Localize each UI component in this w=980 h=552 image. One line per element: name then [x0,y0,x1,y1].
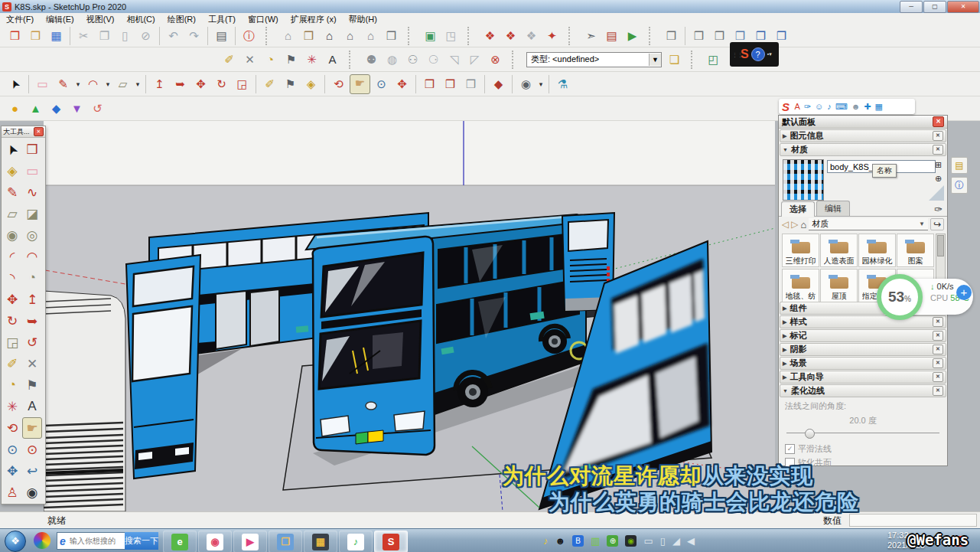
circle-tool[interactable]: ◉ [2,224,22,246]
rectangle-tool[interactable]: ▱ [2,203,22,224]
booster-add-button[interactable]: + [956,285,972,300]
panel-section-soften-edges[interactable]: ▼ 柔化边线 ✕ [780,384,946,397]
slider-thumb[interactable] [805,429,815,439]
account-dropdown-icon[interactable]: ▾ [537,75,545,93]
panel-section-entity-info[interactable]: ▶ 图元信息 ✕ [780,129,946,142]
tray-volume-icon[interactable]: ◀ [687,535,695,547]
section-close-button[interactable]: ✕ [933,386,943,396]
memory-percent-ring[interactable]: 53% [877,274,923,320]
soap-sphere-icon[interactable]: ● [5,100,24,118]
menu-view[interactable]: 视图(V) [80,14,121,25]
youku-icon[interactable]: ▶ [233,531,267,552]
send-to-layout-icon[interactable]: ▤ [602,27,621,45]
app-wheel-icon[interactable]: ◉ [198,531,232,552]
classification-type-dropdown[interactable]: 类型: <undefined> ▼ [526,52,662,67]
erase-icon[interactable]: ⊘ [136,27,155,45]
camera-off-icon[interactable]: ⊗ [486,51,505,69]
orbit-icon[interactable]: ⟲ [329,75,348,93]
warehouse-gray-icon[interactable]: ❖ [522,27,541,45]
material-folder[interactable]: 园林绿化 [858,234,896,267]
material-folder[interactable]: 地毯、纺 [782,269,819,302]
chevron-down-icon[interactable]: ▼ [649,54,661,66]
panel-section-shadows[interactable]: ▶阴影✕ [780,343,946,356]
sogou-logo-icon[interactable]: S [782,100,790,113]
tape-measure2-icon[interactable]: ✐ [260,75,279,93]
soap-cone-icon[interactable]: ▲ [26,100,45,118]
search-input[interactable] [68,536,119,546]
3d-text-tool[interactable]: A [22,396,42,417]
browser-360-icon[interactable]: e [163,531,197,552]
text-tool[interactable]: ⚑ [22,374,42,396]
in-model-icon[interactable]: ↪ [930,218,944,230]
text2-icon[interactable]: ⚑ [281,75,300,93]
zoom-window-tool[interactable]: ⊙ [22,439,42,460]
taskbar-search[interactable]: e [57,532,125,550]
panel-section-scenes[interactable]: ▶场景✕ [780,357,946,370]
paint-bucket-tool[interactable]: ◈ [2,160,22,181]
dimension-icon[interactable]: ✕ [240,51,259,69]
undo-icon[interactable]: ↶ [164,27,183,45]
extension-warehouse-icon[interactable]: ✦ [542,27,562,45]
info-icon[interactable]: ⓘ [951,177,968,194]
house-solid-icon[interactable]: ⌂ [320,27,339,45]
mini-toolbar-arrows-icon[interactable]: ▪▾ [767,51,772,57]
menu-edit[interactable]: 编辑(E) [40,14,80,25]
interact-tool-icon[interactable]: ➣ [581,27,601,45]
material-folder[interactable]: 三维打印 [782,234,819,267]
sogou-apps-icon[interactable]: ▦ [875,102,883,112]
follow-me-tool[interactable]: ➥ [22,310,42,332]
sketchup-app-icon[interactable]: S [374,531,408,552]
menu-help[interactable]: 帮助(H) [343,14,383,25]
pinwheel-app-icon[interactable] [34,532,50,549]
rotate-tool[interactable]: ↻ [2,310,22,332]
three-point-arc-tool[interactable]: ◝ [2,267,22,289]
tray-display-icon[interactable]: ▭ [643,535,653,547]
camera-dolly-icon[interactable]: ⚆ [424,51,443,69]
3d-text-icon[interactable]: A [323,51,342,69]
tray-gpu-icon[interactable]: ◉ [625,535,637,547]
orbit-tool[interactable]: ⟲ [2,417,22,439]
tape-measure-tool[interactable]: ✐ [2,353,22,374]
soap-cube-icon[interactable]: ◆ [47,100,66,118]
ruby-box2-icon[interactable]: ❒ [441,75,460,93]
freehand-tool[interactable]: ∿ [22,181,42,203]
section-close-button[interactable]: ✕ [933,372,943,382]
scale-tool[interactable]: ◲ [2,332,22,353]
move-tool[interactable]: ✥ [2,289,22,310]
rectangle-tool-icon[interactable]: ▱ [113,75,132,93]
classifier-tag-icon[interactable]: ❏ [665,51,684,69]
model-info-icon[interactable]: ⓘ [239,27,259,45]
start-button[interactable]: ❖ [5,531,26,552]
select-tool-icon[interactable]: ➤ [2,71,27,96]
rotated-rectangle-tool[interactable]: ◪ [22,203,42,224]
menu-file[interactable]: 文件(F) [0,14,40,25]
offset-tool[interactable]: ↺ [22,332,42,353]
section-close-button[interactable]: ✕ [933,131,943,141]
secondary-pane-toggle-icon[interactable]: ⊞ [933,159,944,171]
warehouse-share-icon[interactable]: ❖ [501,27,520,45]
image-plane-icon[interactable]: ◸ [465,51,484,69]
sample-paint-corner[interactable] [929,185,944,201]
geo-location-icon[interactable]: ▣ [421,27,440,45]
push-pull-tool[interactable]: ↥ [22,289,42,310]
sogou-voice-icon[interactable]: ♪ [827,102,832,112]
select-tool[interactable]: ➤ [2,139,22,160]
box-lid-icon[interactable]: ❒ [382,27,401,45]
ruby-box3-icon[interactable]: ❒ [461,75,480,93]
line-tool[interactable]: ✎ [2,181,22,203]
paint-bucket-icon[interactable]: ◈ [301,75,321,93]
two-point-arc-tool[interactable]: ◠ [22,246,42,267]
tray-security-icon[interactable]: ⊕ [607,535,618,547]
tray-qq-icon[interactable]: ☻ [555,535,566,547]
eyedropper-icon[interactable]: ✑ [934,204,943,215]
help-icon[interactable]: ? [751,47,765,61]
sogou-emoji-icon[interactable]: ☺ [815,102,823,112]
forward-arrow-icon[interactable]: ▷ [791,219,798,230]
section-close-button[interactable]: ✕ [933,358,943,368]
flask-icon[interactable]: ⚗ [553,75,572,93]
pan-icon[interactable]: ☛ [350,74,370,94]
material-thumbnail[interactable] [783,159,824,201]
scale-icon[interactable]: ◲ [233,75,252,93]
paste-icon[interactable]: ▯ [116,27,135,45]
components-browser-icon[interactable]: ❒ [299,27,318,45]
